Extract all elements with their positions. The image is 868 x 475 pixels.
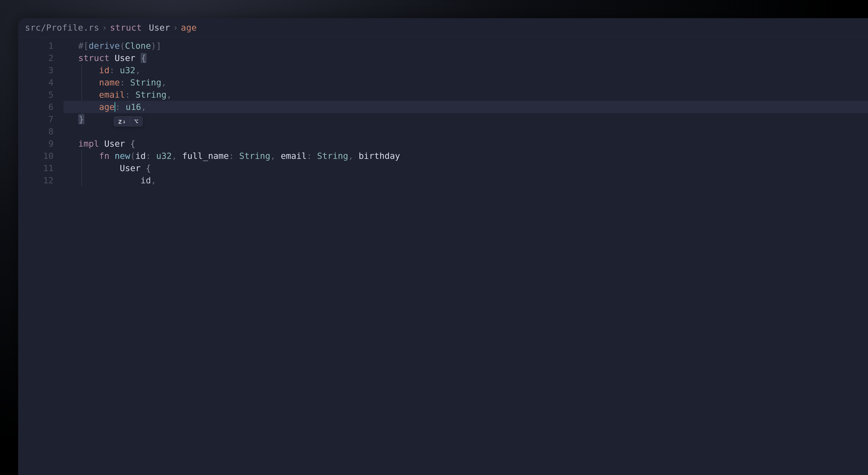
code-token: : (307, 151, 312, 161)
code-line[interactable]: email: String, (64, 89, 868, 101)
code-token: id (99, 65, 110, 75)
line-number: 7 (18, 113, 54, 125)
code-token: ( (120, 41, 125, 51)
code-line[interactable]: id: u32, (64, 64, 868, 76)
code-token: String (317, 151, 348, 161)
code-line[interactable]: User { (64, 162, 868, 174)
breadcrumb-field[interactable]: age (181, 23, 197, 33)
line-number: 10 (18, 150, 54, 162)
code-token: User (115, 53, 135, 63)
code-line[interactable]: impl User { (64, 138, 868, 150)
code-token: fn (99, 151, 110, 161)
code-token: derive (89, 41, 120, 51)
code-token (312, 151, 317, 161)
code-token: name (99, 77, 120, 88)
code-token: : (120, 77, 125, 88)
code-token: ) (151, 41, 156, 51)
code-token (99, 139, 104, 149)
line-number: 1 (18, 40, 54, 52)
code-token (276, 151, 281, 161)
code-token: , (166, 90, 172, 100)
code-token: , (135, 65, 141, 75)
code-token (121, 102, 126, 112)
code-token: struct (78, 53, 110, 63)
code-token (151, 151, 156, 161)
gutter: 123456789101112 (18, 40, 64, 186)
code-token (141, 163, 146, 173)
code-line[interactable]: } (64, 113, 868, 125)
line-number: 8 (18, 125, 54, 138)
code-token: Clone (125, 41, 151, 51)
code-token: { (141, 53, 147, 63)
chevron-right-icon: › (102, 23, 107, 33)
code-token: , (151, 175, 156, 185)
code-token: email (99, 90, 125, 100)
code-token (125, 139, 130, 149)
code-token (110, 53, 115, 63)
code-token: email (281, 151, 307, 161)
code-token: , (271, 151, 276, 161)
chevron-right-icon: › (173, 23, 178, 33)
code-token: , (348, 151, 353, 161)
line-number: 12 (18, 174, 54, 186)
code-token: , (161, 77, 166, 88)
code-line[interactable] (64, 125, 868, 138)
code-token (234, 151, 239, 161)
code-token (125, 77, 130, 88)
code-token: full_name (182, 151, 229, 161)
line-number: 3 (18, 64, 54, 76)
code-token: u32 (156, 151, 172, 161)
code-token (115, 65, 120, 75)
code-token: #[ (78, 41, 89, 51)
code-content[interactable]: z↓ ⌥ #[derive(Clone)]struct User { id: u… (64, 40, 868, 186)
code-token: : (115, 102, 121, 112)
code-token: { (146, 163, 151, 173)
code-token: u32 (120, 65, 135, 75)
line-number: 6 (18, 101, 54, 113)
line-number: 11 (18, 162, 54, 174)
code-line[interactable]: name: String, (64, 76, 868, 89)
code-token (110, 151, 115, 161)
breadcrumb-file[interactable]: src/Profile.rs (25, 23, 99, 33)
code-area[interactable]: 123456789101112 z↓ ⌥ #[derive(Clone)]str… (18, 37, 868, 186)
code-token: : (125, 90, 130, 100)
line-number: 5 (18, 89, 54, 101)
code-token: , (141, 102, 146, 112)
code-token: : (146, 151, 151, 161)
code-line[interactable]: #[derive(Clone)] (64, 40, 868, 52)
code-token: new (115, 151, 130, 161)
code-token: : (229, 151, 234, 161)
code-token: ( (130, 151, 135, 161)
code-token: String (130, 77, 161, 88)
code-token: , (172, 151, 177, 161)
code-token: id (135, 151, 146, 161)
code-token: User (120, 163, 141, 173)
code-token (135, 53, 141, 63)
breadcrumb-keyword[interactable]: struct (110, 23, 142, 33)
code-token (130, 90, 135, 100)
line-number: 9 (18, 138, 54, 150)
code-line[interactable]: id, (64, 174, 868, 186)
code-token: birthday (359, 151, 400, 161)
code-token: age (99, 102, 115, 112)
editor-window: src/Profile.rs › struct User › age 12345… (18, 18, 868, 475)
breadcrumb[interactable]: src/Profile.rs › struct User › age (18, 18, 868, 37)
code-token: id (141, 175, 151, 185)
code-token (353, 151, 359, 161)
code-token: String (239, 151, 270, 161)
code-line[interactable]: fn new(id: u32, full_name: String, email… (64, 150, 868, 162)
code-token: String (135, 90, 166, 100)
code-token: u16 (125, 102, 141, 112)
line-number: 2 (18, 52, 54, 64)
code-token: User (104, 139, 125, 149)
code-token: { (130, 139, 135, 149)
code-token: : (110, 65, 115, 75)
line-number: 4 (18, 76, 54, 89)
breadcrumb-type[interactable]: User (149, 23, 170, 33)
code-line[interactable]: age: u16, (64, 101, 868, 113)
code-token: impl (78, 139, 99, 149)
code-line[interactable]: struct User { (64, 52, 868, 64)
code-token (177, 151, 182, 161)
code-token: } (78, 114, 84, 124)
code-token: ] (156, 41, 161, 51)
